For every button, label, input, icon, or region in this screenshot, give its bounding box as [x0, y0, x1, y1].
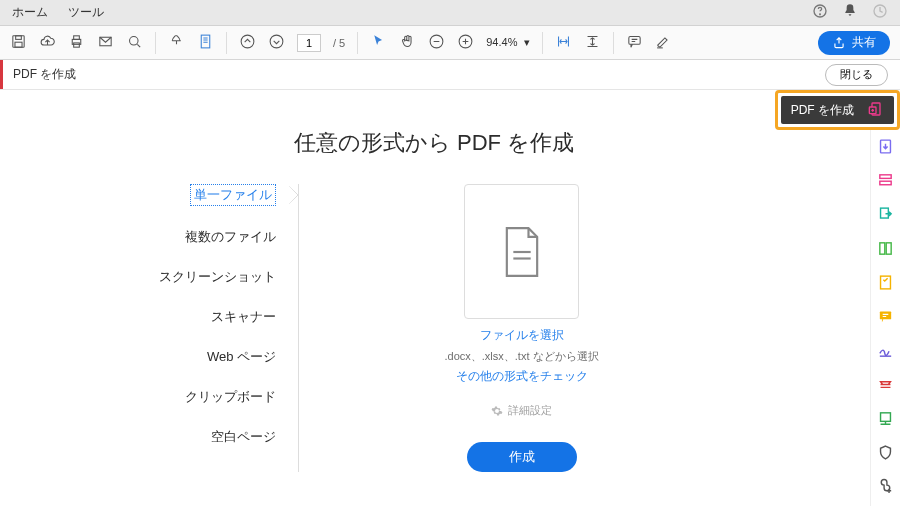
svg-rect-7	[74, 35, 80, 39]
page-total-label: / 5	[333, 37, 345, 49]
tool-callout: PDF を作成	[775, 90, 900, 130]
source-type-list: 単一ファイル 複数のファイル スクリーンショット スキャナー Web ページ ク…	[154, 184, 299, 472]
svg-rect-5	[15, 42, 22, 47]
save-icon[interactable]	[10, 33, 27, 53]
svg-rect-21	[880, 181, 891, 185]
source-webpage[interactable]: Web ページ	[154, 348, 276, 366]
svg-rect-4	[16, 35, 22, 39]
select-file-link[interactable]: ファイルを選択	[329, 327, 714, 344]
help-icon[interactable]	[812, 3, 828, 22]
svg-rect-26	[880, 312, 891, 320]
svg-rect-11	[201, 35, 210, 48]
source-screenshot[interactable]: スクリーンショット	[154, 268, 276, 286]
menu-home[interactable]: ホーム	[12, 4, 48, 21]
compress-icon[interactable]	[877, 410, 894, 430]
sign-icon[interactable]	[877, 342, 894, 362]
redact-icon[interactable]	[877, 376, 894, 396]
organize-pages-icon[interactable]	[877, 240, 894, 260]
separator	[357, 32, 358, 54]
source-scanner[interactable]: スキャナー	[154, 308, 276, 326]
separator	[155, 32, 156, 54]
enhance-scan-icon[interactable]	[877, 274, 894, 294]
page-view-icon[interactable]	[197, 33, 214, 53]
menubar-left: ホーム ツール	[12, 4, 104, 21]
share-button[interactable]: 共有	[818, 31, 890, 55]
svg-point-12	[241, 35, 254, 48]
file-drop-zone[interactable]	[464, 184, 579, 319]
right-tool-rail	[870, 130, 900, 506]
tool-title: PDF を作成	[13, 66, 76, 83]
page-number-input[interactable]	[297, 34, 321, 52]
close-button[interactable]: 閉じる	[825, 64, 888, 86]
create-pdf-icon	[868, 101, 884, 120]
callout-label: PDF を作成	[791, 102, 854, 119]
menu-bar: ホーム ツール	[0, 0, 900, 26]
source-blank[interactable]: 空白ページ	[154, 428, 276, 446]
page-title: 任意の形式から PDF を作成	[0, 128, 868, 158]
fit-page-icon[interactable]	[584, 33, 601, 53]
main-area: 任意の形式から PDF を作成 単一ファイル 複数のファイル スクリーンショット…	[0, 90, 868, 506]
zoom-in-icon[interactable]	[457, 33, 474, 53]
mail-icon[interactable]	[97, 33, 114, 53]
source-single-file[interactable]: 単一ファイル	[190, 184, 276, 206]
gear-icon	[491, 405, 503, 417]
export-pdf-icon[interactable]	[877, 138, 894, 158]
main-toolbar: / 5 94.4% ▾ 共有	[0, 26, 900, 60]
file-types-hint: .docx、.xlsx、.txt などから選択	[329, 349, 714, 364]
menubar-right	[812, 3, 888, 22]
other-formats-link[interactable]: その他の形式をチェック	[329, 368, 714, 385]
create-button[interactable]: 作成	[467, 442, 577, 472]
separator	[226, 32, 227, 54]
create-pdf-tool[interactable]: PDF を作成	[781, 96, 894, 124]
protect-icon[interactable]	[877, 444, 894, 464]
svg-point-1	[820, 14, 821, 15]
source-content: ファイルを選択 .docx、.xlsx、.txt などから選択 その他の形式をチ…	[299, 184, 714, 472]
bell-icon[interactable]	[842, 3, 858, 22]
svg-rect-24	[886, 243, 891, 254]
accent-bar	[0, 60, 3, 89]
highlight-icon[interactable]	[655, 33, 672, 53]
advanced-settings[interactable]: 詳細設定	[329, 403, 714, 418]
tool-subheader: PDF を作成 閉じる	[0, 60, 900, 90]
more-tools-icon[interactable]	[877, 478, 894, 498]
page-up-icon[interactable]	[239, 33, 256, 53]
export-icon[interactable]	[877, 206, 894, 226]
pointer-icon[interactable]	[370, 33, 387, 53]
zoom-out-icon[interactable]	[428, 33, 445, 53]
source-clipboard[interactable]: クリップボード	[154, 388, 276, 406]
svg-rect-27	[881, 413, 891, 422]
hand-icon[interactable]	[399, 33, 416, 53]
svg-point-10	[130, 36, 139, 45]
svg-rect-8	[74, 42, 80, 46]
cloud-upload-icon[interactable]	[39, 33, 56, 53]
svg-rect-25	[881, 276, 891, 289]
file-icon	[500, 226, 544, 278]
edit-pdf-icon[interactable]	[877, 172, 894, 192]
comment-icon[interactable]	[626, 33, 643, 53]
svg-rect-16	[628, 36, 639, 44]
svg-rect-20	[880, 175, 891, 179]
search-icon[interactable]	[126, 33, 143, 53]
select-tool-icon[interactable]	[168, 33, 185, 53]
list-pointer-icon	[289, 186, 299, 204]
menu-tools[interactable]: ツール	[68, 4, 104, 21]
separator	[542, 32, 543, 54]
svg-point-13	[270, 35, 283, 48]
print-icon[interactable]	[68, 33, 85, 53]
svg-rect-23	[880, 243, 885, 254]
page-down-icon[interactable]	[268, 33, 285, 53]
separator	[613, 32, 614, 54]
source-multiple-files[interactable]: 複数のファイル	[154, 228, 276, 246]
comment-tool-icon[interactable]	[877, 308, 894, 328]
zoom-select[interactable]: 94.4% ▾	[486, 36, 529, 49]
account-icon[interactable]	[872, 3, 888, 22]
fit-width-icon[interactable]	[555, 33, 572, 53]
